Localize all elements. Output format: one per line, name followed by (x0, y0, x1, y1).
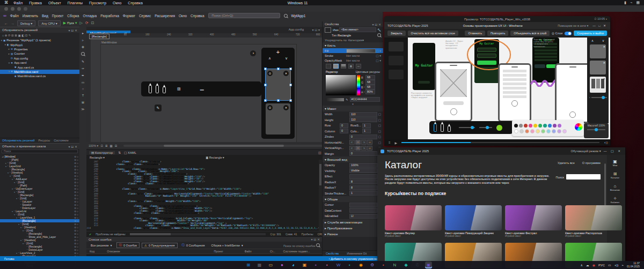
course-card[interactable]: Квест-оригами ВеуперИгровой квест (385, 205, 442, 237)
text-tool-icon[interactable]: T (82, 94, 84, 97)
vm-menu-Правка[interactable]: Правка (29, 1, 42, 5)
hex-input[interactable]: #CC444444 (350, 97, 380, 102)
merge-layers-button[interactable]: Объединить всё в слой (510, 31, 550, 36)
add-layer-button[interactable]: + (261, 48, 295, 56)
brush-tool-icon[interactable]: ✑ (82, 66, 84, 70)
vs-menu[interactable]: Формат (123, 14, 135, 18)
breadcrumb-left[interactable]: Rectangle ▾ (90, 156, 105, 159)
sort-row[interactable]: Упорядочить по: Категория ▾ (323, 38, 383, 42)
palette-color[interactable] (530, 129, 535, 133)
vs-menu[interactable]: Файл (10, 14, 19, 18)
vs-menu[interactable]: Расширения (155, 14, 175, 18)
solution-tree-item[interactable]: ⛭App.config (0, 56, 79, 61)
appearance-opacity[interactable]: Opacity100%▢ (323, 162, 383, 168)
sidebar-item-кабинет[interactable]: ✧Кабинет (607, 196, 623, 204)
error-search-box[interactable]: Поиск по списку ошибок (283, 243, 320, 248)
appearance-radiusx[interactable]: RadiusX8▢ (323, 180, 383, 185)
eraser-tool-icon[interactable] (448, 126, 451, 132)
color-picker[interactable]: R68G68B68A80% (323, 74, 383, 96)
edit-button[interactable]: ✎ (155, 104, 162, 111)
assistant-dropdown[interactable]: Помощник не в сети ▾ (558, 24, 588, 27)
error-column-1[interactable]: Описание (107, 250, 214, 253)
designer-zoom-dropdown[interactable]: 100% ▾ (89, 144, 98, 147)
section-common[interactable]: ▾ Общие (323, 196, 383, 202)
vs-menu[interactable]: Справка (191, 14, 204, 18)
palette-color[interactable] (562, 129, 567, 133)
vs-menu[interactable]: Разработка (100, 14, 119, 18)
palette-color[interactable] (536, 129, 540, 133)
navigate-back-icon[interactable]: ← (4, 21, 8, 25)
taskbar-icon-word[interactable]: W (335, 261, 342, 268)
platform-dropdown[interactable]: Any CPU ▾ (38, 20, 60, 26)
course-card[interactable]: Квест-оригами ФестралИгровой квест (505, 205, 562, 237)
layer-visibility-icon[interactable]: ⊙ (267, 105, 273, 110)
code-line[interactable]: 314 class="p"><class="t">Path x:Name="Sh… (86, 227, 322, 230)
selection-tool-icon[interactable]: ▸ (82, 31, 84, 35)
error-column-2[interactable]: Проект (214, 250, 245, 253)
tab-properties[interactable]: Свойства (326, 252, 339, 255)
error-column-3[interactable]: Файл (244, 250, 269, 253)
xaml-designer[interactable]: 080160240320400480560640720800 MainWindo… (86, 33, 322, 149)
color-wheel-icon[interactable] (575, 123, 582, 131)
panel-buttons[interactable]: ▾ ⊟ ✕ (69, 28, 77, 32)
guides-icon[interactable]: ⊟ (115, 144, 118, 147)
vm-menu-Просмотр[interactable]: Просмотр (89, 1, 106, 5)
slider-icon[interactable]: ▬ (200, 87, 204, 91)
asset-tool-icon[interactable]: ≫ (81, 107, 84, 111)
catalog-titlebar[interactable]: ТОТСОЗДАТЕЛЬ Player 2025 Обучающий режим… (377, 147, 625, 155)
taskbar-icon-firefox[interactable]: ◉ (357, 261, 364, 268)
appearance-radiusy[interactable]: RadiusY8▢ (323, 185, 383, 191)
vm-settings-button[interactable] (24, 7, 27, 11)
vm-menu-Файл[interactable]: Файл (13, 1, 23, 5)
layer-visibility-icon[interactable]: ⊙ (267, 71, 273, 76)
navigate-forward-icon[interactable]: → (11, 21, 14, 25)
solution-tree-item[interactable]: ✱MainWindow.xaml.cs (0, 74, 79, 78)
grid-icon[interactable]: ⊞ (105, 144, 108, 147)
scope-dropdown[interactable]: Все решение ▾ (89, 243, 114, 248)
taskbar-icon-player-active[interactable]: ▣ (425, 261, 432, 268)
errors-filter-button[interactable]: ⓧ0 Ошибок (116, 242, 140, 248)
onedrive-icon[interactable]: ☁ (586, 263, 589, 267)
taskbar-icon-app-cyan[interactable]: ◆ (402, 261, 409, 268)
opacity-slider[interactable] (479, 127, 492, 128)
eyedropper-icon[interactable]: ✎ (346, 98, 348, 101)
messages-filter-button[interactable]: ⓘ0 Сообщения (180, 243, 207, 248)
layers-panel[interactable]: + ∧∨ ⊙ ✕ ⊙ (261, 48, 295, 139)
layout-width[interactable]: Width110▢ (323, 111, 383, 117)
palette-color[interactable] (514, 129, 518, 133)
build-filter-dropdown[interactable]: Сборка + IntelliSense ▾ (209, 243, 245, 248)
section-collapsed[interactable]: ▸ Служба автоматизации (323, 219, 383, 225)
palette-color[interactable] (557, 129, 561, 133)
window-controls[interactable]: — □ ✕ (592, 24, 607, 27)
taskbar-icon-app-red[interactable]: ▪ (380, 261, 387, 268)
pan-tool-icon[interactable]: ✥ (82, 45, 84, 49)
tab-xaml[interactable]: ▢ XAML (124, 151, 136, 154)
solution-tree-item[interactable]: ✱App.xaml.cs (0, 65, 79, 69)
playlist-icon[interactable]: ≡ (389, 141, 391, 144)
layout-horizontalali[interactable]: HorizontalAli...⊏⊓⊐⊔▢ (323, 140, 383, 146)
layout-row[interactable]: Row0RowS...1▢ (323, 123, 383, 129)
sidebar-item-внешние[interactable]: ⌂Внешние (607, 184, 623, 191)
editor-h-scrollbar[interactable] (130, 233, 266, 235)
vs-menu[interactable]: Сборка (67, 14, 79, 18)
hot-reload-icon[interactable]: ⟳ (85, 21, 89, 25)
taskbar-icon-office[interactable]: ▣ (301, 261, 308, 268)
vm-menu-Объект[interactable]: Объект (48, 1, 61, 5)
error-column-0[interactable]: Код (90, 250, 107, 253)
common-datacontext[interactable]: DataContext▢ (323, 208, 383, 214)
tab-resources[interactable]: Ресурсы (39, 139, 50, 142)
hue-strip[interactable] (357, 75, 360, 95)
vm-close-button[interactable] (4, 7, 8, 11)
common-isenabled[interactable]: IsEnabled☑▢ (323, 213, 383, 219)
color-wheel-button[interactable]: ◑ (250, 50, 256, 56)
eraser-tool-icon[interactable] (163, 87, 166, 93)
solution-tree-item[interactable]: ▾◧WpfApp1 (0, 42, 79, 47)
video-pen-toolbar[interactable] (429, 121, 513, 134)
layout-margin[interactable]: Margin0▢ (323, 151, 383, 157)
window-controls[interactable]: — ▢ ✕ (604, 150, 622, 153)
mode-dropdown[interactable]: Обучающий режим ▾ (571, 150, 601, 153)
palette-color[interactable] (552, 129, 556, 133)
taskbar-icon-app-teal[interactable]: ▪ (346, 261, 353, 268)
video-layers-panel[interactable]: ∧∨ ✕ ✕ ✕ ◔ (587, 38, 609, 123)
vs-search-box[interactable]: Поиск (Ctrl+Q) (208, 13, 280, 18)
